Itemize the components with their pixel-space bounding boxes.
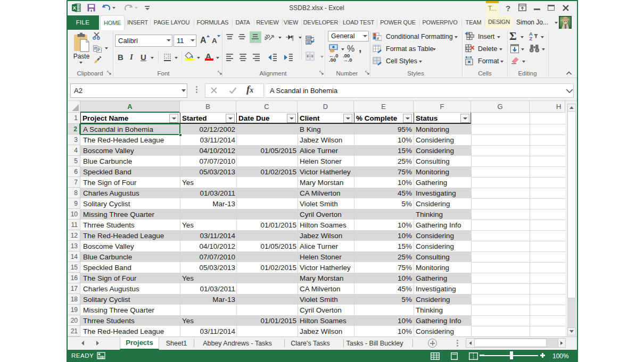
svg-text:¶: ¶ bbox=[291, 33, 294, 41]
svg-text:≠: ≠ bbox=[377, 36, 379, 41]
svg-text:ab: ab bbox=[265, 32, 271, 41]
svg-text:Z: Z bbox=[530, 36, 533, 41]
svg-text:X: X bbox=[73, 5, 77, 11]
